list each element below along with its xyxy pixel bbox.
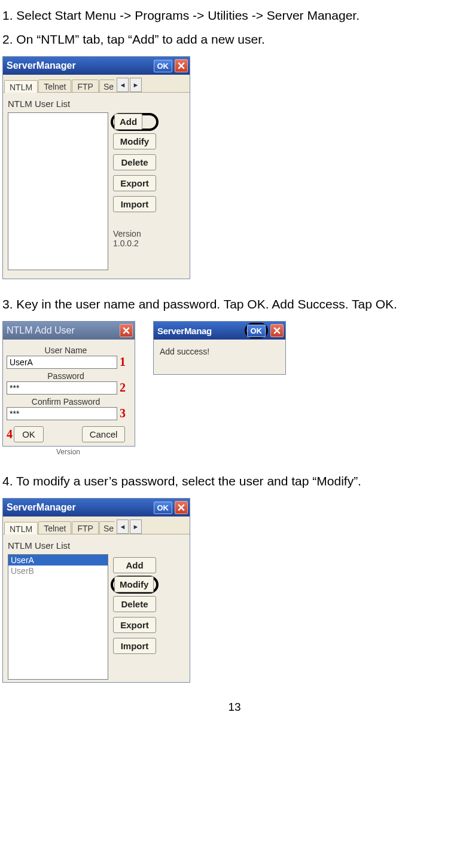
window-title: ServerManager (7, 502, 154, 513)
titlebar-ok-button[interactable]: OK (154, 60, 173, 72)
tab-ftp[interactable]: FTP (72, 521, 98, 534)
export-button[interactable]: Export (113, 175, 156, 191)
window-title: NTLM Add User (7, 325, 120, 336)
user-list[interactable]: UserA UserB (8, 554, 108, 680)
server-manager-window-2: ServerManager OK NTLM Telnet FTP Se ◄ ► … (2, 498, 190, 683)
tab-ftp[interactable]: FTP (72, 80, 98, 92)
version-text: Version (113, 229, 141, 239)
user-list-label: NTLM User List (8, 540, 108, 551)
tabs-row: NTLM Telnet FTP Se ◄ ► (3, 516, 190, 534)
tab-scroll-left-icon[interactable]: ◄ (117, 519, 129, 534)
titlebar-ok-button[interactable]: OK (247, 325, 266, 337)
page-number: 13 (2, 701, 467, 714)
tab-scroll-right-icon[interactable]: ► (130, 519, 142, 534)
confirm-label: Confirm Password (7, 397, 125, 407)
delete-button[interactable]: Delete (113, 154, 156, 170)
tabs-row: NTLM Telnet FTP Se ◄ ► (3, 75, 190, 93)
instruction-step-4: 4. To modify a user’s password, select t… (2, 474, 467, 488)
highlight-ring: Add (111, 113, 159, 131)
cancel-button[interactable]: Cancel (82, 426, 125, 442)
highlight-ring: Modify (111, 576, 159, 594)
import-button[interactable]: Import (113, 196, 156, 212)
marker-2: 2 (120, 381, 126, 395)
delete-button[interactable]: Delete (113, 596, 156, 612)
tab-telnet[interactable]: Telnet (38, 521, 71, 534)
tab-ntlm[interactable]: NTLM (4, 522, 38, 534)
tab-scroll-right-icon[interactable]: ► (130, 78, 142, 92)
instruction-step-1: 1. Select Start Menu -> Programs -> Util… (2, 8, 467, 23)
username-input[interactable] (7, 356, 117, 369)
add-user-window: NTLM Add User User Name 1 Password 2 Con… (2, 321, 135, 447)
success-message: Add success! (154, 340, 279, 374)
marker-4: 4 (7, 427, 13, 441)
window-title: ServerManager (7, 60, 154, 71)
tab-ntlm[interactable]: NTLM (4, 80, 38, 93)
marker-1: 1 (120, 355, 126, 369)
password-input[interactable] (7, 381, 117, 395)
titlebar: NTLM Add User (3, 322, 135, 340)
bg-version-text: Version (2, 447, 135, 456)
username-label: User Name (7, 346, 125, 355)
close-icon[interactable] (175, 501, 188, 514)
list-item[interactable]: UserA (8, 555, 108, 566)
export-button[interactable]: Export (113, 617, 156, 633)
modify-button[interactable]: Modify (114, 576, 154, 592)
titlebar: ServerManager OK (3, 499, 190, 516)
instruction-step-2: 2. On “NTLM” tab, tap “Add” to add a new… (2, 32, 467, 47)
password-label: Password (7, 371, 125, 381)
add-button[interactable]: Add (114, 114, 142, 130)
user-list-label: NTLM User List (8, 99, 108, 109)
titlebar-ok-button[interactable]: OK (154, 502, 173, 514)
highlight-ring: OK (245, 323, 269, 338)
tab-partial[interactable]: Se (99, 80, 115, 92)
tab-partial[interactable]: Se (99, 521, 115, 534)
window-title: ServerManag (157, 326, 245, 336)
confirm-input[interactable] (7, 407, 117, 420)
marker-3: 3 (120, 407, 126, 420)
close-icon[interactable] (270, 324, 284, 337)
modify-button[interactable]: Modify (113, 133, 156, 149)
titlebar: ServerManager OK (3, 57, 190, 75)
add-button[interactable]: Add (113, 557, 156, 573)
version-label: Version 1.0.0.2 (113, 229, 156, 248)
import-button[interactable]: Import (113, 638, 156, 654)
user-list[interactable] (8, 112, 108, 270)
instruction-step-3: 3. Key in the user name and password. Ta… (2, 297, 467, 311)
close-icon[interactable] (120, 324, 133, 337)
version-value: 1.0.0.2 (113, 239, 139, 248)
ok-button[interactable]: OK (14, 426, 44, 442)
server-manager-window: ServerManager OK NTLM Telnet FTP Se ◄ ► … (2, 56, 190, 279)
titlebar: ServerManag OK (154, 322, 285, 340)
list-item[interactable]: UserB (8, 566, 108, 576)
tab-telnet[interactable]: Telnet (38, 80, 71, 92)
tab-scroll-left-icon[interactable]: ◄ (117, 78, 129, 92)
success-window: ServerManag OK Add success! (153, 321, 286, 375)
close-icon[interactable] (175, 59, 188, 72)
